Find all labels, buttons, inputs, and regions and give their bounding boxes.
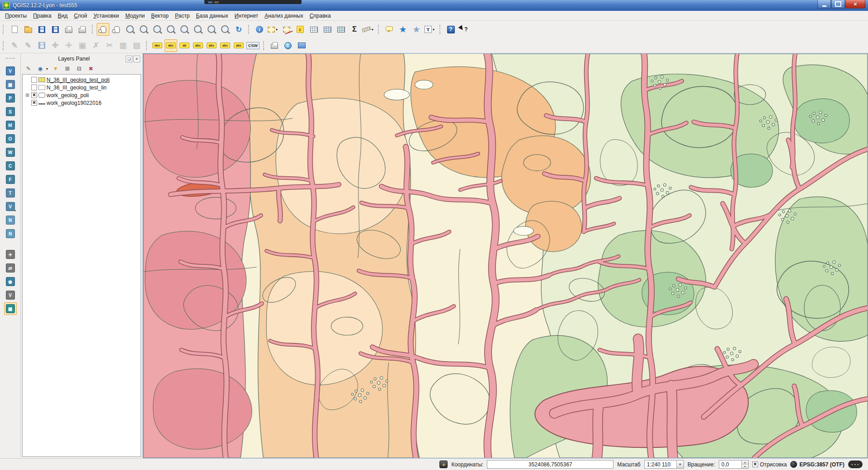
show-sum-button[interactable]: Σ	[348, 23, 361, 36]
zoom-out-button[interactable]: −	[137, 23, 150, 36]
export-map-button[interactable]	[268, 39, 281, 52]
dropdown-arrow-icon[interactable]	[275, 28, 278, 32]
zoom-last-button[interactable]: ◂	[205, 23, 218, 36]
maximize-button[interactable]	[831, 0, 845, 9]
expand-all-button[interactable]: ⊞	[62, 64, 73, 74]
add-wfs-layer-button[interactable]: F	[4, 173, 17, 186]
metasearch-button[interactable]	[282, 39, 294, 52]
layer-row[interactable]: work_geolog19022016	[23, 99, 141, 107]
spin-up-icon[interactable]	[742, 461, 748, 464]
scale-combobox[interactable]: 1:240 110	[644, 460, 684, 469]
minimize-button[interactable]	[817, 0, 831, 9]
add-postgis-layer-button[interactable]: P	[4, 92, 17, 104]
layer-labeling-options-button[interactable]: abc	[165, 39, 177, 52]
text-annotation-button[interactable]: T	[424, 23, 436, 36]
rotate-label-button[interactable]: abc	[219, 39, 231, 52]
layer-checkbox[interactable]	[31, 85, 37, 90]
show-hide-labels-button[interactable]: abc	[192, 39, 204, 52]
layer-labeling-button[interactable]: abc	[151, 39, 164, 52]
map-tips-button[interactable]	[383, 23, 396, 36]
menu-item-8[interactable]: Растр	[172, 11, 193, 20]
coordinate-capture-button[interactable]: ✛	[4, 248, 17, 261]
menu-item-7[interactable]: Вектор	[148, 11, 172, 20]
menu-item-5[interactable]: Установки	[90, 11, 123, 20]
dropdown-arrow-icon[interactable]	[371, 28, 374, 32]
dropdown-arrow-icon[interactable]	[432, 28, 435, 32]
map-theme-panel-button[interactable]	[295, 39, 308, 52]
layer-row[interactable]: N_36_III_geolog_test_poli	[23, 76, 141, 84]
manage-map-themes-button[interactable]: ◉	[35, 64, 49, 74]
layer-label[interactable]: N_36_III_geolog_test_lin	[47, 85, 107, 91]
new-spatialite-layer-button[interactable]: N	[4, 227, 17, 240]
menu-item-11[interactable]: Анализ данных	[261, 11, 306, 20]
layer-checkbox[interactable]	[31, 92, 37, 98]
add-wms-layer-button[interactable]: W	[4, 146, 17, 159]
identify-features-button[interactable]: i	[253, 23, 266, 36]
spin-down-icon[interactable]	[742, 464, 748, 468]
deselect-features-button[interactable]	[280, 23, 293, 36]
menu-item-6[interactable]: Модули	[122, 11, 148, 20]
close-button[interactable]	[845, 0, 865, 9]
whats-this-button[interactable]: ?	[458, 23, 471, 36]
add-spatialite-layer-button[interactable]: S	[4, 105, 17, 118]
new-project-button[interactable]	[8, 23, 21, 36]
field-calculator-button[interactable]	[321, 23, 334, 36]
message-log-button[interactable]	[848, 461, 863, 468]
select-by-expression-button[interactable]: ε	[294, 23, 307, 36]
statistical-summary-button[interactable]	[335, 23, 347, 36]
dropdown-arrow-icon[interactable]	[45, 67, 49, 71]
remove-layer-button[interactable]: ✖	[85, 64, 96, 74]
render-toggle[interactable]: Отрисовка	[752, 461, 787, 468]
refresh-map-button[interactable]: ↻	[232, 23, 245, 36]
move-label-button[interactable]: abc	[205, 39, 218, 52]
layer-label[interactable]: work_geolog_poli	[47, 92, 89, 99]
add-mssql-layer-button[interactable]: M	[4, 119, 17, 132]
open-layer-styling-button[interactable]: ✎	[23, 64, 34, 74]
dropdown-arrow-icon[interactable]	[14, 209, 17, 212]
add-delimited-text-layer-button[interactable]: T	[4, 187, 17, 199]
filter-legend-button[interactable]: ▼	[50, 64, 61, 74]
add-vector-layer-button[interactable]: V	[4, 65, 17, 77]
add-virtual-layer-button[interactable]: V	[4, 200, 17, 213]
add-wcs-layer-button[interactable]: C	[4, 160, 17, 172]
new-shapefile-layer-button[interactable]: N	[4, 214, 17, 226]
zoom-full-extent-button[interactable]: ✛	[165, 23, 177, 36]
menu-item-12[interactable]: Справка	[307, 11, 334, 20]
open-project-button[interactable]	[22, 23, 34, 36]
panel-close-button[interactable]	[133, 56, 140, 62]
crs-status-button[interactable]: EPSG:3857 (OTF)	[790, 461, 844, 468]
show-bookmarks-button[interactable]: ★	[410, 23, 423, 36]
metasearch-catalog-button[interactable]: ◉	[4, 275, 17, 288]
pan-to-selection-button[interactable]	[110, 23, 123, 36]
coordinate-capture-icon[interactable]	[439, 461, 448, 468]
layer-expander-icon[interactable]	[25, 93, 30, 98]
menu-item-1[interactable]: Проекты	[2, 11, 30, 20]
rotation-spinbox[interactable]: 0,0	[719, 460, 749, 469]
zoom-native-resolution-button[interactable]: 1:1	[151, 23, 164, 36]
map-tips-tool-button[interactable]: ▦	[4, 302, 17, 315]
zoom-in-button[interactable]: +	[124, 23, 137, 36]
map-canvas[interactable]	[143, 53, 868, 458]
csw-search-button[interactable]: CSW	[246, 39, 260, 52]
change-label-button[interactable]: abc	[232, 39, 245, 52]
help-contents-button[interactable]: ?	[444, 23, 457, 36]
new-print-composer-button[interactable]	[62, 23, 75, 36]
collapse-all-button[interactable]: ⊟	[74, 64, 85, 74]
topology-checker-button[interactable]: V	[4, 289, 17, 301]
menu-item-10[interactable]: Интернет	[231, 11, 261, 20]
offline-editing-button[interactable]: ⇄	[4, 262, 17, 274]
zoom-to-layer-button[interactable]: ▤	[192, 23, 204, 36]
scale-dropdown-icon[interactable]	[676, 461, 684, 468]
save-project-as-button[interactable]	[49, 23, 61, 36]
layer-label[interactable]: work_geolog19022016	[47, 100, 101, 106]
layer-checkbox[interactable]	[31, 100, 37, 106]
composer-manager-button[interactable]	[76, 23, 89, 36]
coordinates-input[interactable]: 3524086,7505367	[487, 460, 613, 469]
new-bookmark-button[interactable]: ★	[396, 23, 409, 36]
menu-item-9[interactable]: База данных	[193, 11, 231, 20]
save-project-button[interactable]	[35, 23, 48, 36]
menu-item-2[interactable]: Правка	[30, 11, 55, 20]
pan-map-button[interactable]	[97, 23, 109, 36]
menu-item-4[interactable]: Слой	[71, 11, 90, 20]
layer-checkbox[interactable]	[31, 77, 37, 83]
